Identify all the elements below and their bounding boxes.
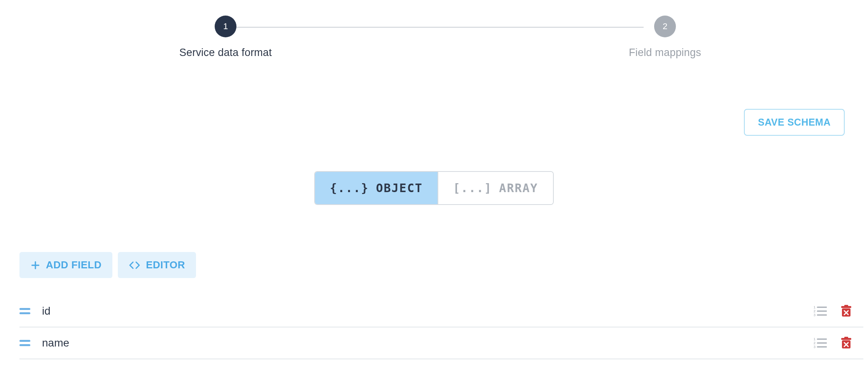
field-actions-row: ADD FIELD EDITOR: [19, 252, 196, 278]
svg-rect-17: [844, 337, 848, 338]
ordered-list-icon: 1 2 3: [814, 337, 827, 349]
stepper-connector-line: [224, 27, 644, 28]
trash-icon: [841, 305, 852, 317]
field-row: name 1 2 3: [19, 327, 863, 359]
button-label: EDITOR: [146, 259, 185, 271]
progress-stepper: 1 Service data format 2 Field mappings: [0, 0, 868, 16]
step-field-mappings[interactable]: 2 Field mappings: [611, 16, 719, 59]
field-name-label[interactable]: name: [42, 337, 814, 349]
toggle-label: OBJECT: [376, 181, 423, 195]
save-schema-button[interactable]: SAVE SCHEMA: [744, 109, 845, 136]
plus-icon: [30, 260, 40, 270]
field-name-label[interactable]: id: [42, 305, 814, 317]
step-service-data-format[interactable]: 1 Service data format: [171, 16, 280, 59]
svg-rect-8: [844, 305, 848, 306]
svg-text:2: 2: [814, 341, 816, 345]
step-label: Service data format: [179, 47, 272, 59]
svg-text:3: 3: [814, 345, 816, 349]
drag-handle-icon[interactable]: [19, 308, 33, 314]
trash-icon: [841, 337, 852, 349]
fields-list: id 1 2 3: [19, 296, 868, 359]
field-row: id 1 2 3: [19, 296, 863, 327]
button-label: ADD FIELD: [46, 259, 102, 271]
braces-icon: {...}: [330, 181, 369, 195]
ordered-list-icon: 1 2 3: [814, 305, 827, 317]
schema-type-toggle-row: {...} OBJECT [...] ARRAY: [0, 171, 868, 205]
delete-field-button[interactable]: [841, 305, 852, 317]
code-icon: [129, 260, 140, 270]
editor-button[interactable]: EDITOR: [118, 252, 196, 278]
schema-type-array-button[interactable]: [...] ARRAY: [438, 172, 553, 204]
field-row-actions: 1 2 3: [814, 305, 863, 317]
schema-type-toggle-group: {...} OBJECT [...] ARRAY: [314, 171, 553, 205]
step-number-badge: 2: [654, 16, 676, 37]
add-field-button[interactable]: ADD FIELD: [19, 252, 112, 278]
schema-type-object-button[interactable]: {...} OBJECT: [315, 172, 438, 204]
field-options-button[interactable]: 1 2 3: [814, 337, 827, 349]
svg-text:1: 1: [814, 305, 816, 309]
step-label: Field mappings: [629, 47, 701, 59]
brackets-icon: [...]: [453, 181, 492, 195]
field-options-button[interactable]: 1 2 3: [814, 305, 827, 317]
svg-text:2: 2: [814, 309, 816, 313]
toggle-label: ARRAY: [499, 181, 538, 195]
step-number-badge: 1: [215, 16, 236, 37]
svg-text:3: 3: [814, 313, 816, 317]
drag-handle-icon[interactable]: [19, 340, 33, 346]
svg-text:1: 1: [814, 337, 816, 341]
delete-field-button[interactable]: [841, 337, 852, 349]
field-row-actions: 1 2 3: [814, 337, 863, 349]
save-row: SAVE SCHEMA: [0, 109, 868, 136]
